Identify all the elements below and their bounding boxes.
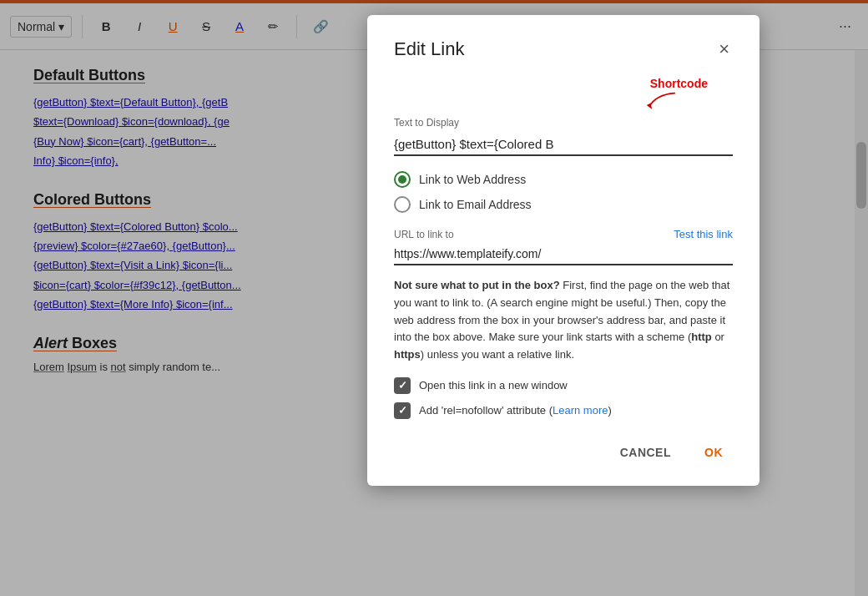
url-input[interactable] xyxy=(394,244,733,265)
nofollow-checkbox-indicator xyxy=(394,402,411,419)
hint-bold-text: Not sure what to put in the box? xyxy=(394,279,560,291)
radio-email-address-indicator xyxy=(394,196,411,213)
text-to-display-label: Text to Display xyxy=(394,117,733,129)
hint-https: https xyxy=(394,348,421,361)
dialog-title: Edit Link xyxy=(394,38,464,60)
radio-web-address-indicator xyxy=(394,171,411,188)
dialog-close-button[interactable]: × xyxy=(715,40,733,58)
shortcode-arrow-icon xyxy=(643,92,676,112)
nofollow-checkbox[interactable]: Add 'rel=nofollow' attribute (Learn more… xyxy=(394,402,733,419)
text-to-display-input[interactable] xyxy=(394,134,733,156)
radio-web-address-label: Link to Web Address xyxy=(419,173,526,186)
learn-more-link[interactable]: Learn more xyxy=(553,404,608,417)
new-window-label: Open this link in a new window xyxy=(419,379,568,391)
new-window-checkbox-indicator xyxy=(394,377,411,394)
shortcode-label: Shortcode xyxy=(650,77,708,90)
dialog-header: Edit Link × xyxy=(394,38,733,60)
edit-link-dialog: Edit Link × Shortcode Text to Display Li… xyxy=(367,15,760,486)
radio-email-address-label: Link to Email Address xyxy=(419,198,532,211)
new-window-checkbox[interactable]: Open this link in a new window xyxy=(394,377,733,394)
ok-button[interactable]: OK xyxy=(694,439,733,466)
nofollow-label: Add 'rel=nofollow' attribute (Learn more… xyxy=(419,404,612,417)
shortcode-annotation: Shortcode xyxy=(394,77,733,114)
hint-http: http xyxy=(691,331,712,343)
cancel-button[interactable]: CANCEL xyxy=(610,439,681,466)
test-this-link[interactable]: Test this link xyxy=(674,228,733,240)
hint-text: Not sure what to put in the box? First, … xyxy=(394,277,733,364)
link-type-radio-group: Link to Web Address Link to Email Addres… xyxy=(394,171,733,213)
dialog-footer: CANCEL OK xyxy=(394,439,733,466)
radio-email-address[interactable]: Link to Email Address xyxy=(394,196,733,213)
radio-web-address[interactable]: Link to Web Address xyxy=(394,171,733,188)
url-label: URL to link to xyxy=(394,229,454,240)
url-row: URL to link to Test this link xyxy=(394,228,733,240)
